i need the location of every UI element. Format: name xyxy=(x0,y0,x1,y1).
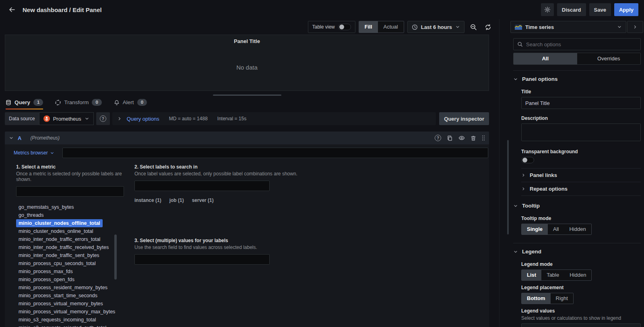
clock-icon xyxy=(412,24,418,30)
gear-icon xyxy=(544,6,551,13)
legend-placement-bottom[interactable]: Bottom xyxy=(522,293,551,304)
datasource-name: Prometheus xyxy=(53,116,81,122)
section-panel-options[interactable]: Panel options xyxy=(513,71,641,87)
repeat-options-collapse[interactable]: Repeat options xyxy=(521,182,641,196)
query-ref-id: A xyxy=(18,135,21,141)
metric-item[interactable]: minio_process_resident_memory_bytes xyxy=(16,284,110,292)
no-data-message: No data xyxy=(5,64,489,71)
chevron-down-icon xyxy=(9,136,14,140)
tab-alert[interactable]: Alert 0 xyxy=(114,99,147,109)
actual-option[interactable]: Actual xyxy=(378,21,404,33)
metric-item[interactable]: minio_inter_node_traffic_sent_bytes xyxy=(16,251,102,259)
metric-item[interactable]: minio_process_open_fds xyxy=(16,276,77,284)
metric-search-input[interactable] xyxy=(16,186,124,197)
panel-links-collapse[interactable]: Panel links xyxy=(521,168,641,182)
query-options-link[interactable]: Query options xyxy=(127,116,159,122)
label-search-input[interactable] xyxy=(134,181,270,191)
tooltip-mode-hidden[interactable]: Hidden xyxy=(564,224,591,234)
save-button[interactable]: Save xyxy=(589,3,611,16)
chevron-down-icon xyxy=(85,116,89,121)
value-search-input[interactable] xyxy=(134,254,270,265)
refresh-button[interactable] xyxy=(482,21,493,33)
legend-mode-table[interactable]: Table xyxy=(541,270,564,280)
options-sidebar: Time series All Overrides Panel options xyxy=(499,19,644,327)
metric-item[interactable]: minio_s3_requests_incoming_total xyxy=(16,316,98,324)
metric-item[interactable]: minio_process_max_fds xyxy=(16,267,75,276)
label-chip[interactable]: job (1) xyxy=(169,197,184,203)
metric-item[interactable]: go_threads xyxy=(16,211,46,219)
query-row-header[interactable]: A (Prometheus) ? xyxy=(5,132,489,144)
transparent-bg-toggle[interactable] xyxy=(521,157,534,163)
discard-button[interactable]: Discard xyxy=(557,3,586,16)
datasource-help-button[interactable]: ? xyxy=(96,112,110,125)
metric-item[interactable]: minio_inter_node_traffic_errors_total xyxy=(16,235,103,243)
apply-button[interactable]: Apply xyxy=(614,3,638,16)
visualization-picker[interactable]: Time series xyxy=(510,21,626,33)
tooltip-mode-all[interactable]: All xyxy=(548,224,564,234)
tab-all[interactable]: All xyxy=(514,53,577,64)
bell-icon xyxy=(114,100,120,105)
time-range-picker[interactable]: Last 6 hours xyxy=(407,21,464,33)
legend-mode-list[interactable]: List xyxy=(522,270,541,280)
tab-query[interactable]: Query 1 xyxy=(6,99,43,109)
tab-overrides[interactable]: Overrides xyxy=(577,53,641,64)
step1-title: 1. Select a metric xyxy=(16,164,124,170)
options-search[interactable] xyxy=(513,38,641,50)
fill-option[interactable]: Fill xyxy=(359,21,378,33)
description-label: Description xyxy=(521,115,641,121)
metric-item[interactable]: minio_cluster_nodes_offline_total xyxy=(16,219,103,227)
collapse-options-button[interactable] xyxy=(627,21,643,33)
legend-mode-label: Legend mode xyxy=(521,261,641,267)
tooltip-mode-label: Tooltip mode xyxy=(521,216,641,221)
step2-title: 2. Select labels to search in xyxy=(134,164,483,170)
metric-item[interactable]: minio_s3_requests_rejected_auth_total xyxy=(16,324,109,327)
back-button[interactable] xyxy=(6,3,19,16)
options-scrollbar[interactable] xyxy=(507,140,509,234)
tooltip-mode-single[interactable]: Single xyxy=(522,224,548,234)
query-expression-input[interactable] xyxy=(62,148,488,158)
copy-icon[interactable] xyxy=(447,135,453,141)
drag-handle-icon[interactable] xyxy=(482,135,485,141)
metric-list: go_memstats_sys_bytesgo_threadsminio_clu… xyxy=(16,203,124,327)
legend-placement-right[interactable]: Right xyxy=(551,293,573,304)
panel-preview: Panel Title No data xyxy=(5,35,489,91)
metric-item[interactable]: minio_cluster_nodes_online_total xyxy=(16,227,96,235)
max-data-points: MD = auto = 1488 xyxy=(169,116,208,121)
metric-item[interactable]: minio_process_virtual_memory_bytes xyxy=(16,300,105,308)
panel-title-input[interactable] xyxy=(521,97,641,109)
panel-links-label: Panel links xyxy=(530,172,557,178)
metric-item[interactable]: minio_process_start_time_seconds xyxy=(16,292,100,300)
legend-values-select[interactable]: Choose xyxy=(521,323,641,327)
query-inspector-button[interactable]: Query inspector xyxy=(439,112,489,125)
title-label: Title xyxy=(521,89,641,95)
step1-subtitle: Once a metric is selected only possible … xyxy=(16,171,124,182)
transform-icon xyxy=(55,100,61,105)
metric-item[interactable]: minio_inter_node_traffic_received_bytes xyxy=(16,243,111,251)
metric-list-scrollbar[interactable] xyxy=(114,234,117,280)
zoom-out-button[interactable] xyxy=(468,21,479,33)
top-header: New dashboard / Edit Panel Discard Save … xyxy=(0,0,644,19)
metric-item[interactable]: go_memstats_sys_bytes xyxy=(16,203,76,211)
metric-item[interactable]: minio_process_cpu_seconds_total xyxy=(16,259,98,267)
interval-value: Interval = 15s xyxy=(217,116,246,121)
metrics-browser-toggle[interactable]: Metrics browser xyxy=(14,150,54,156)
legend-mode-hidden[interactable]: Hidden xyxy=(564,270,591,280)
query-help-icon[interactable]: ? xyxy=(435,135,441,141)
panel-settings-button[interactable] xyxy=(541,3,554,16)
table-view-toggle[interactable] xyxy=(338,24,351,30)
section-legend[interactable]: Legend xyxy=(513,243,641,260)
eye-icon[interactable] xyxy=(458,135,465,141)
chevron-down-icon xyxy=(513,77,518,82)
section-tooltip[interactable]: Tooltip xyxy=(513,197,641,214)
trash-icon[interactable] xyxy=(471,135,476,141)
section-legend-label: Legend xyxy=(522,249,541,255)
description-input[interactable] xyxy=(521,123,641,141)
legend-placement-group: Bottom Right xyxy=(521,293,574,304)
tab-transform[interactable]: Transform 0 xyxy=(55,99,101,109)
label-chip[interactable]: instance (1) xyxy=(134,197,161,203)
label-chip[interactable]: server (1) xyxy=(192,197,214,203)
options-search-input[interactable] xyxy=(526,41,637,47)
datasource-picker[interactable]: Prometheus xyxy=(39,112,94,125)
legend-values-hint: Select values or calculations to show in… xyxy=(521,315,641,321)
metric-item[interactable]: minio_process_virtual_memory_max_bytes xyxy=(16,308,118,316)
